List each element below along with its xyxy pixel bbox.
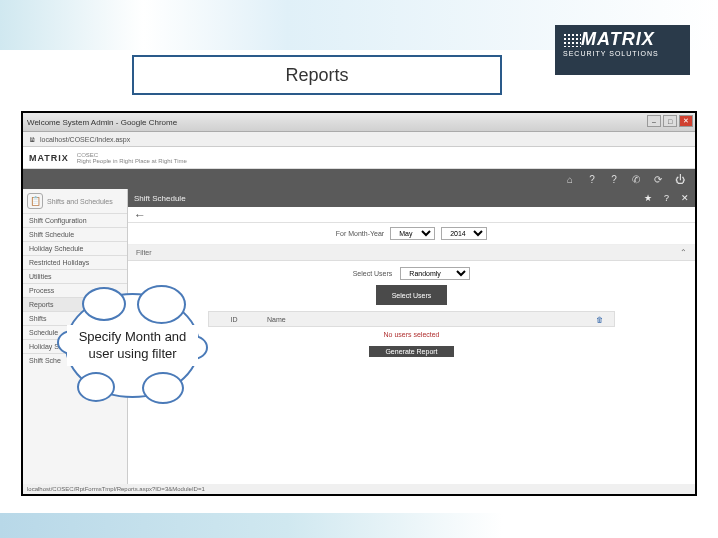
slide-title-box: Reports [132,55,502,95]
chrome-titlebar: Welcome System Admin - Google Chrome – □… [23,113,695,132]
clipboard-icon: 📋 [27,193,43,209]
generate-report-button[interactable]: Generate Report [369,346,453,357]
app-toolbar: ⌂ ? ? ✆ ⟳ ⏻ [23,169,695,189]
users-table-header: ID Name 🗑 [208,311,615,327]
logo-dots-icon [563,33,581,47]
refresh-icon[interactable]: ⟳ [649,172,667,186]
sidebar-item-utilities[interactable]: Utilities [23,269,127,283]
col-id: ID [209,316,259,323]
sidebar-item-restricted-holidays[interactable]: Restricted Holidays [23,255,127,269]
help-icon[interactable]: ? [583,172,601,186]
back-arrow-icon[interactable]: ← [134,208,146,222]
phone-icon[interactable]: ✆ [627,172,645,186]
chrome-status-bar: localhost/COSEC/RptFormsTmpl/Reports.asp… [23,484,695,494]
no-users-message: No users selected [128,327,695,342]
slide-bg-bottom [0,513,718,538]
address-text[interactable]: localhost/COSEC/Index.aspx [40,136,130,143]
sidebar-item-holiday-schedule[interactable]: Holiday Schedule [23,241,127,255]
logo-tagline: SECURITY SOLUTIONS [563,50,682,57]
help2-icon[interactable]: ? [605,172,623,186]
sidebar-header-label: Shifts and Schedules [47,198,113,205]
app-logo-text: MATRIX [29,153,69,163]
content-titlebar: Shift Schedule ★ ? ✕ [128,189,695,207]
chrome-addressbar: 🗎 localhost/COSEC/Index.aspx [23,132,695,147]
chrome-window-title: Welcome System Admin - Google Chrome [27,118,177,127]
select-users-dropdown[interactable]: Randomly [400,267,470,280]
matrix-logo: MATRIX SECURITY SOLUTIONS [555,25,690,75]
year-select[interactable]: 2014 [441,227,487,240]
page-icon: 🗎 [29,136,36,143]
back-row: ← [128,207,695,223]
select-users-button[interactable]: Select Users [376,285,448,305]
collapse-icon[interactable]: ⌃ [680,248,687,257]
annotation-callout: Specify Month and user using filter [65,293,200,398]
sidebar-header: 📋 Shifts and Schedules [23,189,127,213]
select-users-label: Select Users [353,270,393,277]
month-select[interactable]: May [390,227,435,240]
main-content: Shift Schedule ★ ? ✕ ← For Month-Year Ma… [128,189,695,494]
status-text: localhost/COSEC/RptFormsTmpl/Reports.asp… [27,486,205,492]
home-icon[interactable]: ⌂ [561,172,579,186]
chrome-window-controls: – □ ✕ [647,115,693,127]
month-year-row: For Month-Year May 2014 [128,223,695,245]
close-button[interactable]: ✕ [679,115,693,127]
col-name: Name [259,316,584,323]
sidebar-item-shift-config[interactable]: Shift Configuration [23,213,127,227]
month-year-label: For Month-Year [336,230,384,237]
delete-all-icon[interactable]: 🗑 [584,316,614,323]
logo-brand: MATRIX [581,29,655,49]
content-close-icon[interactable]: ✕ [681,193,689,203]
select-users-row: Select Users Randomly [128,261,695,285]
minimize-button[interactable]: – [647,115,661,127]
app-tagline: Right People in Right Place at Right Tim… [77,158,187,164]
sidebar-item-shift-schedule[interactable]: Shift Schedule [23,227,127,241]
filter-label: Filter [136,249,152,256]
content-title: Shift Schedule [134,194,186,203]
filter-section-header[interactable]: Filter ⌃ [128,245,695,261]
star-icon[interactable]: ★ [644,193,652,203]
app-header: MATRIX COSECRight People in Right Place … [23,147,695,169]
power-icon[interactable]: ⏻ [671,172,689,186]
content-help-icon[interactable]: ? [664,193,669,203]
callout-text: Specify Month and user using filter [67,325,198,367]
slide-title: Reports [285,65,348,86]
maximize-button[interactable]: □ [663,115,677,127]
